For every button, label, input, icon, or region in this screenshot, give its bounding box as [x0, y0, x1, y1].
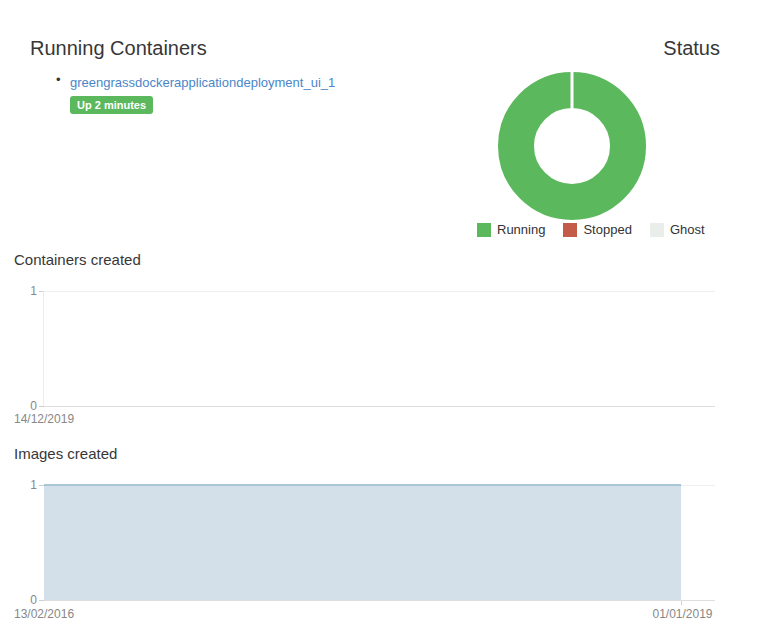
images-gridline-bottom: [39, 600, 715, 601]
legend-item-ghost[interactable]: Ghost: [650, 222, 705, 238]
legend-label: Stopped: [583, 222, 631, 238]
legend-item-running[interactable]: Running: [477, 222, 545, 238]
running-containers-list: greengrassdockerapplicationdeployment_ui…: [70, 73, 335, 114]
images-area-series: [44, 484, 681, 600]
containers-created-title: Containers created: [14, 250, 141, 269]
images-ytick-0: 0: [17, 593, 37, 607]
list-item: greengrassdockerapplicationdeployment_ui…: [70, 73, 335, 114]
stopped-swatch-icon: [563, 223, 577, 237]
container-link[interactable]: greengrassdockerapplicationdeployment_ui…: [70, 75, 335, 90]
images-tick-bottom-left: [39, 600, 44, 601]
containers-xlabel: 14/12/2019: [14, 412, 74, 426]
donut-segment-divider: [571, 72, 574, 109]
legend-item-stopped[interactable]: Stopped: [563, 222, 631, 238]
containers-gridline-top: [39, 291, 715, 292]
status-donut-chart: [497, 71, 647, 221]
images-xlabel-right: 01/01/2019: [620, 607, 745, 621]
images-ytick-1: 1: [17, 478, 37, 492]
status-badge: Up 2 minutes: [70, 96, 153, 114]
legend-label: Running: [497, 222, 545, 238]
images-xtick-right: [681, 601, 682, 605]
containers-ytick-1: 1: [17, 284, 37, 298]
running-swatch-icon: [477, 223, 491, 237]
dashboard-page: Running Containers greengrassdockerappli…: [0, 0, 772, 628]
containers-gridline-bottom: [39, 406, 715, 407]
containers-y-axis: [43, 291, 44, 407]
legend-label: Ghost: [670, 222, 705, 238]
images-xlabel-left: 13/02/2016: [14, 607, 74, 621]
containers-tick-bottom: [39, 406, 44, 407]
containers-ytick-0: 0: [17, 399, 37, 413]
images-created-title: Images created: [14, 444, 117, 463]
running-containers-title: Running Containers: [30, 36, 207, 60]
ghost-swatch-icon: [650, 223, 664, 237]
status-legend: Running Stopped Ghost: [477, 222, 705, 238]
status-title: Status: [663, 36, 720, 60]
